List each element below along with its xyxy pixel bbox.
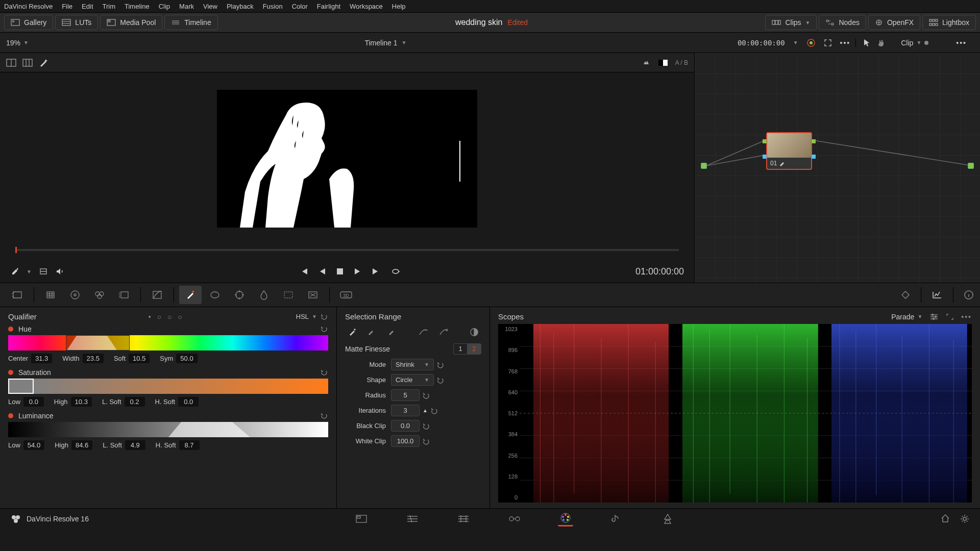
stepper-up-icon[interactable]: ▲: [423, 408, 428, 413]
mf-tab-2[interactable]: 2: [467, 344, 481, 354]
radius-value[interactable]: 5: [391, 389, 420, 401]
curves-icon[interactable]: [146, 286, 168, 304]
reset-icon[interactable]: [320, 368, 328, 377]
color-match-icon[interactable]: [39, 286, 62, 304]
clip-dropdown[interactable]: Clip ▼: [901, 39, 928, 47]
low-value[interactable]: 54.0: [23, 440, 44, 450]
white-clip-value[interactable]: 100.0: [391, 435, 420, 447]
reset-icon[interactable]: [320, 325, 328, 333]
mute-icon[interactable]: [55, 267, 65, 276]
scopes-icon[interactable]: [932, 290, 943, 299]
picker-icon[interactable]: [345, 326, 359, 338]
image-wipe-icon[interactable]: [6, 59, 16, 67]
menu-item[interactable]: Fusion: [263, 3, 283, 10]
reset-icon[interactable]: [423, 392, 430, 399]
scopes-mode-dropdown[interactable]: Parade ▼: [891, 313, 922, 321]
gallery-button[interactable]: Gallery: [4, 15, 53, 30]
node-input-rgb[interactable]: [763, 139, 767, 143]
menu-item[interactable]: View: [203, 3, 217, 10]
playhead[interactable]: [15, 247, 17, 253]
menu-item[interactable]: Playback: [227, 3, 254, 10]
shape-select[interactable]: Circle▼: [391, 374, 434, 386]
prev-frame-icon[interactable]: [319, 267, 326, 276]
qualifier-icon[interactable]: [179, 286, 202, 304]
node-output-alpha[interactable]: [812, 155, 816, 159]
qualifier-page-dots[interactable]: • ○ ○ ○: [149, 313, 184, 321]
settings-sliders-icon[interactable]: [929, 313, 939, 320]
menu-item[interactable]: Color: [292, 3, 308, 10]
picker-minus-icon[interactable]: [365, 326, 379, 338]
split-screen-icon[interactable]: [22, 59, 33, 67]
feather-minus-icon[interactable]: [416, 326, 430, 338]
menu-item[interactable]: Edit: [82, 3, 93, 10]
invert-icon[interactable]: [468, 326, 481, 338]
home-icon[interactable]: [940, 514, 950, 523]
hsoft-value[interactable]: 8.7: [179, 440, 200, 450]
node-graph[interactable]: 01: [695, 53, 980, 283]
blur-icon[interactable]: [253, 286, 275, 304]
sat-enable-dot[interactable]: [8, 370, 13, 375]
graph-input[interactable]: [701, 163, 707, 169]
cut-page-icon[interactable]: [405, 511, 420, 527]
qualifier-mode-dropdown[interactable]: HSL ▼: [296, 313, 328, 321]
menu-item[interactable]: Trim: [103, 3, 116, 10]
unmix-icon[interactable]: [39, 267, 48, 276]
nodes-button[interactable]: Nodes: [819, 15, 866, 30]
eyedropper-icon[interactable]: [10, 267, 19, 276]
expand-icon[interactable]: [946, 313, 954, 320]
reset-icon[interactable]: [423, 438, 430, 445]
highlight-bw-icon[interactable]: [658, 59, 668, 66]
luminance-strip[interactable]: [8, 422, 328, 437]
timeline-dropdown[interactable]: Timeline 1 ▼: [39, 39, 732, 47]
hsoft-value[interactable]: 0.0: [178, 397, 199, 407]
bypass-icon[interactable]: [806, 38, 816, 47]
play-icon[interactable]: [354, 267, 361, 276]
saturation-strip[interactable]: [8, 379, 328, 394]
expand-icon[interactable]: [824, 39, 832, 47]
deliver-page-icon[interactable]: [660, 511, 675, 527]
reset-icon[interactable]: [320, 412, 328, 420]
high-value[interactable]: 84.6: [71, 440, 92, 450]
reset-icon[interactable]: [423, 422, 430, 430]
center-value[interactable]: 31.3: [31, 354, 52, 363]
magic-wand-icon[interactable]: [39, 58, 48, 67]
menu-item[interactable]: Fairlight: [317, 3, 340, 10]
source-timecode[interactable]: 01:00:00:00: [635, 266, 684, 277]
key-icon[interactable]: [277, 286, 300, 304]
menu-item[interactable]: File: [62, 3, 72, 10]
color-wheels-icon[interactable]: [64, 286, 86, 304]
chevron-down-icon[interactable]: ▼: [27, 269, 32, 274]
ab-compare[interactable]: A / B: [675, 59, 688, 66]
width-value[interactable]: 23.5: [83, 354, 104, 363]
picker-plus-icon[interactable]: [385, 326, 399, 338]
openfx-button[interactable]: OpenFX: [868, 15, 920, 30]
graph-output[interactable]: [968, 163, 974, 169]
prev-clip-icon[interactable]: [300, 267, 309, 276]
reset-icon[interactable]: [320, 313, 328, 321]
sizing-icon[interactable]: [302, 286, 324, 304]
motion-effects-icon[interactable]: [113, 286, 135, 304]
record-timecode[interactable]: 00:00:00:00: [738, 39, 785, 47]
hue-strip[interactable]: [8, 335, 328, 350]
mf-tab-1[interactable]: 1: [454, 344, 468, 354]
stop-icon[interactable]: [336, 268, 344, 275]
low-value[interactable]: 0.0: [23, 397, 44, 407]
edit-page-icon[interactable]: [456, 511, 471, 527]
rgb-mixer-icon[interactable]: [88, 286, 111, 304]
zoom-dropdown[interactable]: 19% ▼: [6, 39, 39, 47]
sym-value[interactable]: 50.0: [176, 354, 197, 363]
media-page-icon[interactable]: [354, 511, 369, 527]
mode-select[interactable]: Shrink▼: [391, 359, 434, 370]
menu-item[interactable]: DaVinci Resolve: [4, 3, 53, 10]
loop-icon[interactable]: [390, 267, 401, 276]
pointer-icon[interactable]: [863, 39, 870, 47]
reset-icon[interactable]: [437, 377, 444, 384]
window-icon[interactable]: [204, 286, 226, 304]
lsoft-value[interactable]: 0.2: [125, 397, 145, 407]
viewer-canvas[interactable]: [0, 72, 694, 245]
lsoft-value[interactable]: 4.9: [125, 440, 145, 450]
lum-enable-dot[interactable]: [8, 413, 13, 418]
menu-item[interactable]: Workspace: [350, 3, 383, 10]
node-01[interactable]: 01: [766, 132, 812, 170]
stereo-3d-icon[interactable]: 3D: [335, 286, 357, 304]
